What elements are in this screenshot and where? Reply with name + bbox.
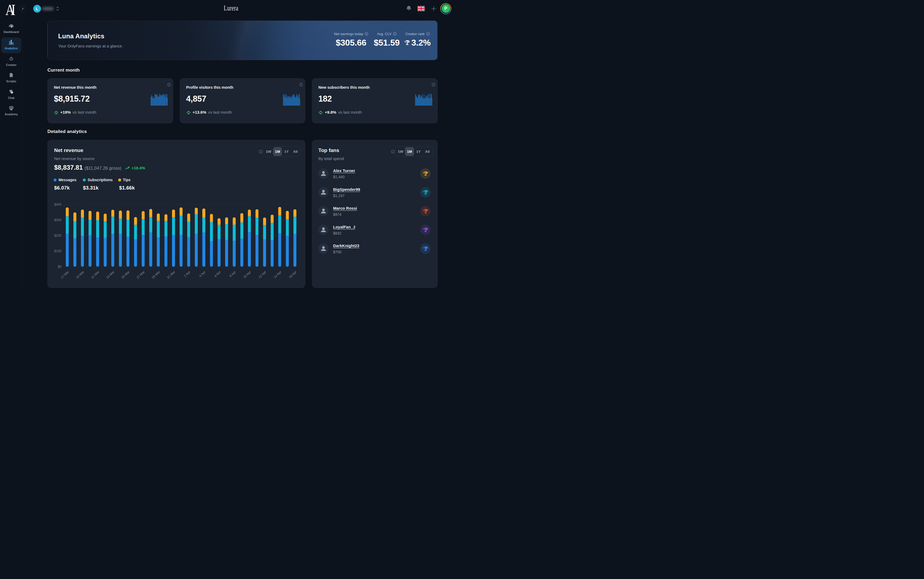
svg-text:$300: $300	[54, 218, 61, 222]
svg-text:31 Mar: 31 Mar	[166, 270, 176, 280]
svg-text:4 Apr: 4 Apr	[198, 270, 206, 278]
svg-text:6 Apr: 6 Apr	[213, 270, 221, 278]
svg-text:25 Mar: 25 Mar	[121, 270, 131, 280]
svg-text:29 Mar: 29 Mar	[151, 270, 161, 280]
svg-text:23 Mar: 23 Mar	[105, 270, 115, 280]
svg-text:19 Mar: 19 Mar	[75, 270, 85, 280]
svg-text:12 Apr: 12 Apr	[258, 270, 267, 279]
svg-text:27 Mar: 27 Mar	[136, 270, 146, 280]
svg-text:2 Apr: 2 Apr	[183, 270, 191, 278]
svg-text:16 Apr: 16 Apr	[288, 270, 297, 279]
svg-text:14 Apr: 14 Apr	[273, 270, 282, 279]
svg-text:17 Mar: 17 Mar	[60, 270, 70, 280]
svg-text:8 Apr: 8 Apr	[229, 270, 237, 278]
svg-text:$400: $400	[54, 203, 61, 206]
svg-text:21 Mar: 21 Mar	[90, 270, 100, 280]
svg-text:$200: $200	[54, 234, 61, 237]
svg-text:$0: $0	[58, 265, 62, 268]
svg-text:10 Apr: 10 Apr	[243, 270, 252, 279]
svg-text:$100: $100	[54, 249, 61, 253]
